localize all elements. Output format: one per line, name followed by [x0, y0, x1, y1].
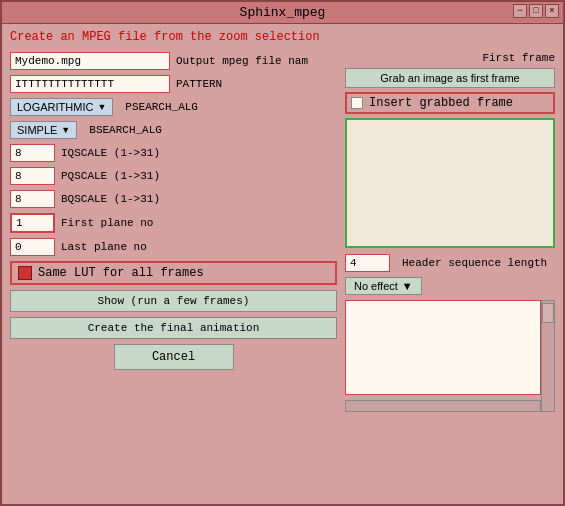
bqscale-field[interactable] [10, 190, 55, 208]
bqscale-row: BQSCALE (1->31) [10, 190, 337, 208]
bsearch-value: SIMPLE [17, 124, 57, 136]
cancel-button[interactable]: Cancel [114, 344, 234, 370]
psearch-dropdown[interactable]: LOGARITHMIC ▼ [10, 98, 113, 116]
bsearch-label: BSEARCH_ALG [89, 124, 162, 136]
first-frame-label: First frame [345, 52, 555, 64]
pqscale-label: PQSCALE (1->31) [61, 170, 160, 182]
bqscale-label: BQSCALE (1->31) [61, 193, 160, 205]
scroll-thumb[interactable] [542, 303, 554, 323]
pattern-field[interactable] [10, 75, 170, 93]
create-button[interactable]: Create the final animation [10, 317, 337, 339]
last-plane-row: Last plane no [10, 238, 337, 256]
title-bar: Sphinx_mpeg − □ × [2, 2, 563, 24]
maximize-button[interactable]: □ [529, 4, 543, 18]
minimize-button[interactable]: − [513, 4, 527, 18]
iqscale-row: IQSCALE (1->31) [10, 144, 337, 162]
pqscale-row: PQSCALE (1->31) [10, 167, 337, 185]
first-plane-label: First plane no [61, 217, 153, 229]
no-effect-row: No effect ▼ [345, 277, 555, 295]
bsearch-dropdown[interactable]: SIMPLE ▼ [10, 121, 77, 139]
textarea-wrapper [345, 300, 541, 412]
horizontal-scrollbar[interactable] [345, 400, 541, 412]
close-button[interactable]: × [545, 4, 559, 18]
no-effect-button[interactable]: No effect ▼ [345, 277, 422, 295]
first-plane-field[interactable] [10, 213, 55, 233]
window-title: Sphinx_mpeg [240, 5, 326, 20]
same-lut-row[interactable]: Same LUT for all frames [10, 261, 337, 285]
image-preview [345, 118, 555, 248]
first-frame-section: First frame Grab an image as first frame… [345, 52, 555, 248]
insert-checkbox[interactable] [351, 97, 363, 109]
same-lut-checkbox[interactable] [18, 266, 32, 280]
bsearch-arrow-icon: ▼ [61, 125, 70, 135]
pqscale-field[interactable] [10, 167, 55, 185]
notes-textarea[interactable] [345, 300, 541, 395]
output-label: Output mpeg file nam [176, 55, 308, 67]
header-seq-label: Header sequence length [402, 257, 547, 269]
vertical-scrollbar[interactable] [541, 300, 555, 412]
bsearch-row: SIMPLE ▼ BSEARCH_ALG [10, 121, 337, 139]
main-window: Sphinx_mpeg − □ × Create an MPEG file fr… [0, 0, 565, 506]
first-plane-row: First plane no [10, 213, 337, 233]
header-seq-field[interactable] [345, 254, 390, 272]
last-plane-label: Last plane no [61, 241, 147, 253]
insert-label: Insert grabbed frame [369, 96, 513, 110]
output-field[interactable] [10, 52, 170, 70]
iqscale-field[interactable] [10, 144, 55, 162]
pattern-label: PATTERN [176, 78, 222, 90]
psearch-arrow-icon: ▼ [97, 102, 106, 112]
psearch-value: LOGARITHMIC [17, 101, 93, 113]
header-text: Create an MPEG file from the zoom select… [10, 30, 555, 44]
no-effect-label: No effect [354, 280, 398, 292]
right-panel: First frame Grab an image as first frame… [345, 52, 555, 412]
psearch-row: LOGARITHMIC ▼ PSEARCH_ALG [10, 98, 337, 116]
same-lut-label: Same LUT for all frames [38, 266, 204, 280]
pattern-row: PATTERN [10, 75, 337, 93]
header-seq-row: Header sequence length [345, 254, 555, 272]
psearch-label: PSEARCH_ALG [125, 101, 198, 113]
no-effect-arrow-icon: ▼ [402, 280, 413, 292]
window-controls: − □ × [513, 4, 559, 18]
iqscale-label: IQSCALE (1->31) [61, 147, 160, 159]
last-plane-field[interactable] [10, 238, 55, 256]
insert-row: Insert grabbed frame [345, 92, 555, 114]
left-panel: Output mpeg file nam PATTERN LOGARITHMIC… [10, 52, 337, 412]
show-button[interactable]: Show (run a few frames) [10, 290, 337, 312]
grab-button[interactable]: Grab an image as first frame [345, 68, 555, 88]
text-area-container [345, 300, 555, 412]
output-row: Output mpeg file nam [10, 52, 337, 70]
